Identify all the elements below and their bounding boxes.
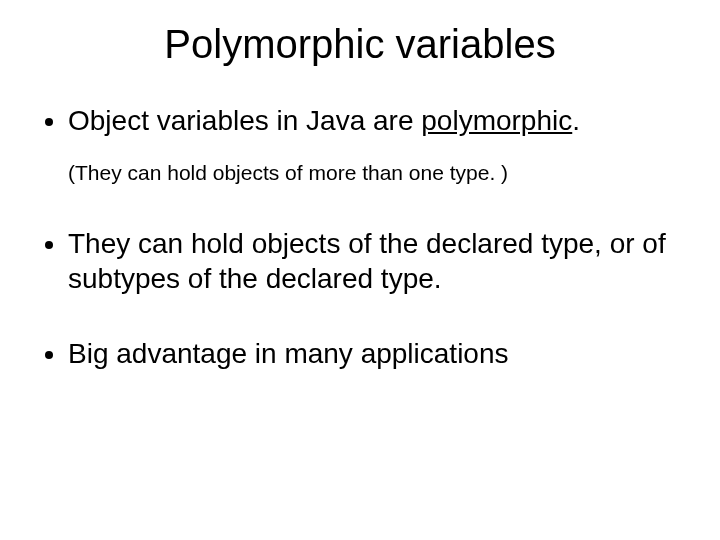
- bullet-3: Big advantage in many applications: [68, 336, 690, 371]
- bullet-1-prefix: Object variables in Java are: [68, 105, 421, 136]
- bullet-1-suffix: .: [572, 105, 580, 136]
- bullet-1-underlined: polymorphic: [421, 105, 572, 136]
- bullet-1-note: (They can hold objects of more than one …: [68, 160, 690, 186]
- slide: Polymorphic variables Object variables i…: [0, 0, 720, 540]
- bullet-list: Object variables in Java are polymorphic…: [30, 103, 690, 371]
- slide-title: Polymorphic variables: [30, 22, 690, 67]
- bullet-2: They can hold objects of the declared ty…: [68, 226, 690, 296]
- bullet-1: Object variables in Java are polymorphic…: [68, 103, 690, 186]
